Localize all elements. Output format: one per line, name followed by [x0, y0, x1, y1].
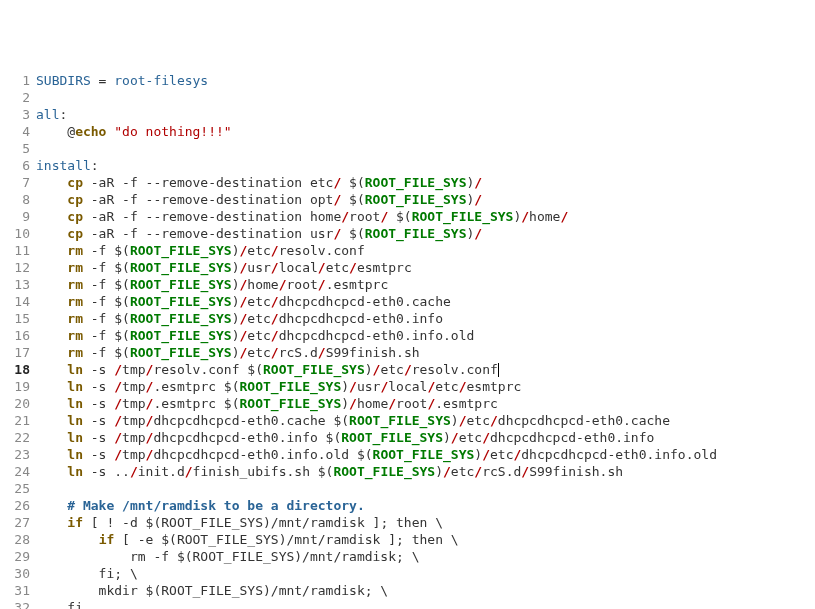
line-number: 7 — [0, 174, 36, 191]
line-content[interactable]: ln -s /tmp/resolv.conf $(ROOT_FILE_SYS)/… — [36, 361, 815, 378]
line-content[interactable]: rm -f $(ROOT_FILE_SYS)/etc/dhcpcdhcpcd-e… — [36, 310, 815, 327]
code-line[interactable]: 18 ln -s /tmp/resolv.conf $(ROOT_FILE_SY… — [0, 361, 815, 378]
line-content[interactable]: ln -s /tmp/dhcpcdhcpcd-eth0.cache $(ROOT… — [36, 412, 815, 429]
line-content[interactable] — [36, 89, 815, 106]
line-number: 30 — [0, 565, 36, 582]
line-content[interactable]: if [ -e $(ROOT_FILE_SYS)/mnt/ramdisk ]; … — [36, 531, 815, 548]
line-number: 11 — [0, 242, 36, 259]
code-line[interactable]: 11 rm -f $(ROOT_FILE_SYS)/etc/resolv.con… — [0, 242, 815, 259]
code-line[interactable]: 30 fi; \ — [0, 565, 815, 582]
line-number: 4 — [0, 123, 36, 140]
code-line[interactable]: 16 rm -f $(ROOT_FILE_SYS)/etc/dhcpcdhcpc… — [0, 327, 815, 344]
line-number: 14 — [0, 293, 36, 310]
code-line[interactable]: 29 rm -f $(ROOT_FILE_SYS)/mnt/ramdisk; \ — [0, 548, 815, 565]
line-content[interactable]: mkdir $(ROOT_FILE_SYS)/mnt/ramdisk; \ — [36, 582, 815, 599]
code-line[interactable]: 2 — [0, 89, 815, 106]
line-content[interactable]: # Make /mnt/ramdisk to be a directory. — [36, 497, 815, 514]
line-number: 13 — [0, 276, 36, 293]
line-number: 12 — [0, 259, 36, 276]
line-content[interactable]: ln -s /tmp/.esmtprc $(ROOT_FILE_SYS)/hom… — [36, 395, 815, 412]
line-content[interactable] — [36, 480, 815, 497]
text-cursor — [498, 363, 499, 377]
line-number: 8 — [0, 191, 36, 208]
code-line[interactable]: 31 mkdir $(ROOT_FILE_SYS)/mnt/ramdisk; \ — [0, 582, 815, 599]
line-content[interactable]: rm -f $(ROOT_FILE_SYS)/mnt/ramdisk; \ — [36, 548, 815, 565]
line-number: 31 — [0, 582, 36, 599]
line-content[interactable]: ln -s /tmp/.esmtprc $(ROOT_FILE_SYS)/usr… — [36, 378, 815, 395]
code-line[interactable]: 22 ln -s /tmp/dhcpcdhcpcd-eth0.info $(RO… — [0, 429, 815, 446]
code-editor[interactable]: 1SUBDIRS = root-filesys23all:4 @echo "do… — [0, 72, 815, 609]
line-number: 17 — [0, 344, 36, 361]
code-line[interactable]: 7 cp -aR -f --remove-destination etc/ $(… — [0, 174, 815, 191]
line-number: 25 — [0, 480, 36, 497]
line-content[interactable]: fi — [36, 599, 815, 609]
line-number: 29 — [0, 548, 36, 565]
line-content[interactable]: ln -s /tmp/dhcpcdhcpcd-eth0.info.old $(R… — [36, 446, 815, 463]
code-line[interactable]: 15 rm -f $(ROOT_FILE_SYS)/etc/dhcpcdhcpc… — [0, 310, 815, 327]
code-line[interactable]: 14 rm -f $(ROOT_FILE_SYS)/etc/dhcpcdhcpc… — [0, 293, 815, 310]
code-line[interactable]: 3all: — [0, 106, 815, 123]
line-number: 5 — [0, 140, 36, 157]
line-number: 22 — [0, 429, 36, 446]
line-number: 20 — [0, 395, 36, 412]
code-line[interactable]: 28 if [ -e $(ROOT_FILE_SYS)/mnt/ramdisk … — [0, 531, 815, 548]
code-line[interactable]: 9 cp -aR -f --remove-destination home/ro… — [0, 208, 815, 225]
line-number: 9 — [0, 208, 36, 225]
line-number: 32 — [0, 599, 36, 609]
code-line[interactable]: 6install: — [0, 157, 815, 174]
line-number: 3 — [0, 106, 36, 123]
line-content[interactable]: cp -aR -f --remove-destination usr/ $(RO… — [36, 225, 815, 242]
line-content[interactable]: rm -f $(ROOT_FILE_SYS)/etc/dhcpcdhcpcd-e… — [36, 327, 815, 344]
code-line[interactable]: 25 — [0, 480, 815, 497]
line-content[interactable]: ln -s ../init.d/finish_ubifs.sh $(ROOT_F… — [36, 463, 815, 480]
line-number: 16 — [0, 327, 36, 344]
code-line[interactable]: 4 @echo "do nothing!!!" — [0, 123, 815, 140]
line-number: 21 — [0, 412, 36, 429]
code-line[interactable]: 24 ln -s ../init.d/finish_ubifs.sh $(ROO… — [0, 463, 815, 480]
code-line[interactable]: 12 rm -f $(ROOT_FILE_SYS)/usr/local/etc/… — [0, 259, 815, 276]
line-content[interactable]: rm -f $(ROOT_FILE_SYS)/etc/dhcpcdhcpcd-e… — [36, 293, 815, 310]
line-number: 26 — [0, 497, 36, 514]
line-content[interactable]: cp -aR -f --remove-destination opt/ $(RO… — [36, 191, 815, 208]
code-line[interactable]: 26 # Make /mnt/ramdisk to be a directory… — [0, 497, 815, 514]
code-line[interactable]: 17 rm -f $(ROOT_FILE_SYS)/etc/rcS.d/S99f… — [0, 344, 815, 361]
line-content[interactable]: SUBDIRS = root-filesys — [36, 72, 815, 89]
line-content[interactable]: @echo "do nothing!!!" — [36, 123, 815, 140]
line-content[interactable]: install: — [36, 157, 815, 174]
line-content[interactable]: if [ ! -d $(ROOT_FILE_SYS)/mnt/ramdisk ]… — [36, 514, 815, 531]
line-content[interactable]: rm -f $(ROOT_FILE_SYS)/home/root/.esmtpr… — [36, 276, 815, 293]
line-number: 18 — [0, 361, 36, 378]
code-line[interactable]: 13 rm -f $(ROOT_FILE_SYS)/home/root/.esm… — [0, 276, 815, 293]
line-number: 6 — [0, 157, 36, 174]
line-content[interactable]: rm -f $(ROOT_FILE_SYS)/etc/resolv.conf — [36, 242, 815, 259]
line-number: 1 — [0, 72, 36, 89]
line-content[interactable]: ln -s /tmp/dhcpcdhcpcd-eth0.info $(ROOT_… — [36, 429, 815, 446]
code-line[interactable]: 21 ln -s /tmp/dhcpcdhcpcd-eth0.cache $(R… — [0, 412, 815, 429]
line-content[interactable]: cp -aR -f --remove-destination etc/ $(RO… — [36, 174, 815, 191]
code-line[interactable]: 32 fi — [0, 599, 815, 609]
code-line[interactable]: 27 if [ ! -d $(ROOT_FILE_SYS)/mnt/ramdis… — [0, 514, 815, 531]
line-number: 15 — [0, 310, 36, 327]
line-number: 10 — [0, 225, 36, 242]
code-line[interactable]: 1SUBDIRS = root-filesys — [0, 72, 815, 89]
line-content[interactable]: cp -aR -f --remove-destination home/root… — [36, 208, 815, 225]
code-line[interactable]: 23 ln -s /tmp/dhcpcdhcpcd-eth0.info.old … — [0, 446, 815, 463]
code-line[interactable]: 19 ln -s /tmp/.esmtprc $(ROOT_FILE_SYS)/… — [0, 378, 815, 395]
code-line[interactable]: 5 — [0, 140, 815, 157]
code-line[interactable]: 20 ln -s /tmp/.esmtprc $(ROOT_FILE_SYS)/… — [0, 395, 815, 412]
line-number: 23 — [0, 446, 36, 463]
line-number: 2 — [0, 89, 36, 106]
line-number: 19 — [0, 378, 36, 395]
line-content[interactable]: rm -f $(ROOT_FILE_SYS)/etc/rcS.d/S99fini… — [36, 344, 815, 361]
line-content[interactable]: fi; \ — [36, 565, 815, 582]
line-content[interactable] — [36, 140, 815, 157]
code-line[interactable]: 8 cp -aR -f --remove-destination opt/ $(… — [0, 191, 815, 208]
line-number: 27 — [0, 514, 36, 531]
line-content[interactable]: rm -f $(ROOT_FILE_SYS)/usr/local/etc/esm… — [36, 259, 815, 276]
code-line[interactable]: 10 cp -aR -f --remove-destination usr/ $… — [0, 225, 815, 242]
line-number: 28 — [0, 531, 36, 548]
line-number: 24 — [0, 463, 36, 480]
line-content[interactable]: all: — [36, 106, 815, 123]
